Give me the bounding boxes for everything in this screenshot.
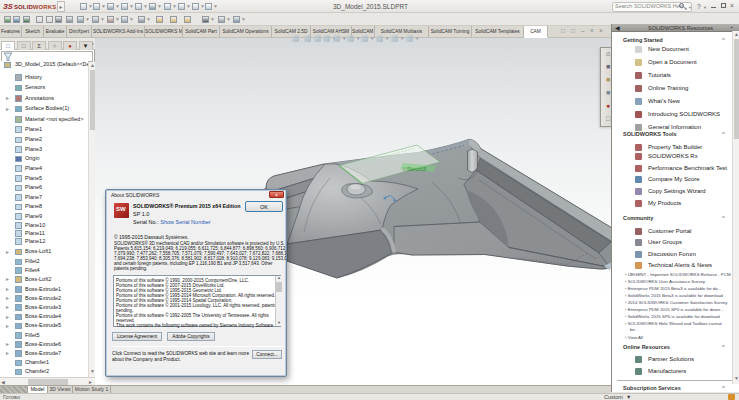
svg-text:(-)Sketch15: (-)Sketch15 bbox=[403, 167, 427, 172]
